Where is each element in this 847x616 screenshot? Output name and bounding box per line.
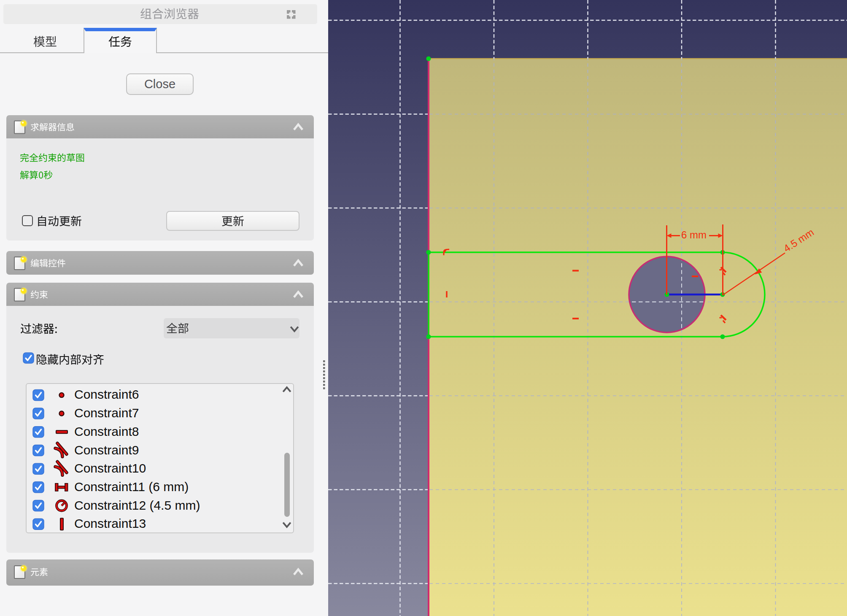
svg-text:6 mm: 6 mm	[681, 229, 707, 240]
